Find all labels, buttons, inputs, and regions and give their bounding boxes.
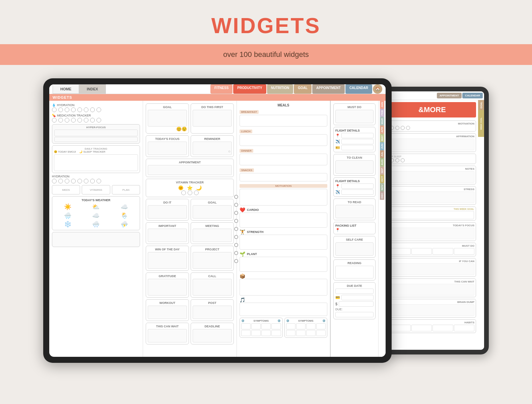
v-circle-3[interactable] bbox=[194, 190, 199, 195]
symptoms-grid-2 bbox=[286, 323, 326, 336]
packing-list: PACKING LIST 📍 bbox=[333, 222, 376, 234]
sec-hab-boxes bbox=[390, 325, 474, 331]
tab-index[interactable]: INDEX bbox=[79, 84, 106, 94]
plant-row: 🌱 PLANT bbox=[240, 251, 327, 257]
hydration-circle-6[interactable] bbox=[84, 107, 88, 112]
lunch-section: LUNCH bbox=[240, 128, 327, 146]
month-apr[interactable]: APR bbox=[380, 126, 384, 134]
tab-home[interactable]: HOME bbox=[53, 84, 79, 94]
hydration-circle-8[interactable] bbox=[96, 107, 101, 112]
mid-panel: GOAL 😊😟 DO THIS FIRST TODAY'S FOCUS bbox=[143, 101, 237, 357]
rem-body: ○ bbox=[193, 142, 232, 155]
goal-body bbox=[148, 110, 187, 127]
sec-nav: APPOINTMENT CALENDAR bbox=[386, 91, 484, 100]
h2-circle-4[interactable] bbox=[71, 179, 76, 183]
med-circle-5[interactable] bbox=[77, 118, 82, 123]
top-nav: HOME INDEX FITNESS PRODUCTIVITY NUTRITIO… bbox=[49, 84, 386, 94]
sec-c3[interactable] bbox=[401, 126, 405, 130]
daily-tracking-title: DAILY TRACKING bbox=[54, 147, 138, 150]
s-cell-1 bbox=[241, 323, 251, 329]
med-circle-3[interactable] bbox=[65, 118, 69, 123]
sec-sleep: OF SLEEP bbox=[388, 154, 476, 164]
h2-circle-1[interactable] bbox=[52, 179, 57, 183]
month-jul[interactable]: JUL bbox=[380, 150, 384, 158]
month-dec[interactable]: DEC bbox=[380, 191, 384, 200]
reading-section: READING bbox=[333, 259, 376, 280]
h2-circle-2[interactable] bbox=[58, 179, 63, 183]
med-circle-4[interactable] bbox=[71, 118, 76, 123]
h2-circle-3[interactable] bbox=[65, 179, 69, 183]
page-title: WIDGETS bbox=[211, 13, 321, 38]
month-aug[interactable]: AUG bbox=[380, 158, 384, 167]
vitamin-tracker-widget: VITAMIN TRACKER 🌞⭐🌙 bbox=[146, 179, 234, 197]
due-amount-line bbox=[339, 301, 374, 307]
med-circle-8[interactable] bbox=[96, 118, 101, 123]
month-mar[interactable]: MAR bbox=[380, 117, 384, 126]
thiswait-deadline-row: THIS CAN WAIT DEADLINE bbox=[146, 323, 234, 344]
sec-pill-calendar[interactable]: CALENDAR bbox=[462, 93, 483, 98]
hyper-focus-widget: HYPER-FOCUS bbox=[52, 124, 140, 144]
hydration-circle-2[interactable] bbox=[58, 107, 63, 112]
pill-appointment[interactable]: APPOINTMENT bbox=[312, 84, 345, 94]
vit-title: VITAMIN TRACKER bbox=[148, 181, 232, 184]
s2-cell-2 bbox=[296, 323, 306, 329]
bottom-left-box bbox=[52, 232, 140, 247]
h2-circle-7[interactable] bbox=[90, 179, 95, 183]
h2-circle-6[interactable] bbox=[84, 179, 88, 183]
hydration-circle-3[interactable] bbox=[65, 107, 69, 112]
right-panel: MEALS BREAKFAST LUNCH DINNER bbox=[237, 101, 331, 357]
month-feb[interactable]: FEB bbox=[380, 109, 384, 117]
win-title: WIN OF THE DAY bbox=[148, 248, 187, 251]
fd1-ticket-row: 🎫 bbox=[335, 145, 374, 150]
month-jan[interactable]: JAN bbox=[380, 101, 384, 109]
hydration-circle-1[interactable] bbox=[52, 107, 57, 112]
medication-tracker: 💊 MEDICATION TRACKER bbox=[52, 114, 140, 123]
v-circle-2[interactable] bbox=[188, 190, 192, 195]
g2-title: GOAL bbox=[193, 201, 232, 204]
deadline-widget: DEADLINE bbox=[191, 323, 234, 344]
sec-sleep-label: OF SLEEP bbox=[390, 155, 474, 158]
med-circle-6[interactable] bbox=[84, 118, 88, 123]
month-may[interactable]: MAY bbox=[380, 134, 384, 142]
hydration-circle-4[interactable] bbox=[71, 107, 76, 112]
month-nov[interactable]: NOV bbox=[380, 183, 384, 191]
proj-body bbox=[193, 252, 232, 269]
twg-label: THIS WEEK GOAL bbox=[390, 208, 474, 210]
sec-c4[interactable] bbox=[406, 126, 410, 130]
sec-todays-focus: TODAY'S FOCUS bbox=[388, 222, 476, 241]
tw-body bbox=[148, 329, 187, 342]
sec-m-week[interactable]: WEEK COAL bbox=[478, 110, 484, 137]
sec-c2[interactable] bbox=[395, 126, 399, 130]
sec-pill-appointment[interactable]: APPOINTMENT bbox=[437, 93, 462, 98]
doit-goal-row: DO IT GOAL bbox=[146, 199, 234, 221]
sec-habits: HABITS bbox=[388, 319, 476, 333]
dl-title: DEADLINE bbox=[193, 325, 232, 328]
home-button[interactable]: 🏠 bbox=[373, 84, 382, 94]
breakfast-section: BREAKFAST bbox=[240, 108, 327, 127]
sl-c3[interactable] bbox=[401, 158, 405, 162]
h2-circle-8[interactable] bbox=[96, 179, 101, 183]
pill-productivity[interactable]: PRODUCTIVITY bbox=[233, 84, 266, 94]
symptoms-placeholder bbox=[333, 321, 376, 341]
sec-m1[interactable]: GOAL bbox=[478, 100, 484, 110]
month-jun[interactable]: JUN bbox=[380, 142, 384, 150]
month-oct[interactable]: OCT bbox=[380, 175, 384, 183]
post-title: POST bbox=[193, 301, 232, 305]
hydration-label: 💧 HYDRATION bbox=[52, 103, 140, 107]
hydration-tracker: 💧 HYDRATION bbox=[52, 103, 140, 112]
med-circle-2[interactable] bbox=[58, 118, 63, 123]
workout-post-row: WORKOUT POST bbox=[146, 299, 234, 321]
h2-circle-5[interactable] bbox=[77, 179, 82, 183]
pill-goal[interactable]: GOAL bbox=[294, 84, 312, 94]
hydration-circle-5[interactable] bbox=[77, 107, 82, 112]
pill-calendar[interactable]: CALENDAR bbox=[345, 84, 372, 94]
med-circle-7[interactable] bbox=[90, 118, 95, 123]
hydration-circle-7[interactable] bbox=[90, 107, 95, 112]
pill-nutrition[interactable]: NUTRITION bbox=[267, 84, 293, 94]
v-circle-1[interactable] bbox=[181, 190, 186, 195]
dinner-box bbox=[240, 154, 327, 165]
pill-fitness[interactable]: FITNESS bbox=[210, 84, 232, 94]
sl-c2[interactable] bbox=[395, 158, 399, 162]
month-sep[interactable]: SEP bbox=[380, 167, 384, 175]
med-circle-1[interactable] bbox=[52, 118, 57, 123]
